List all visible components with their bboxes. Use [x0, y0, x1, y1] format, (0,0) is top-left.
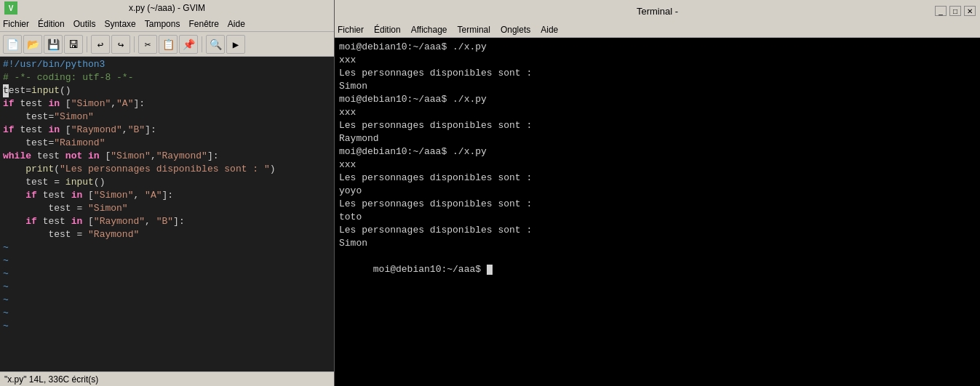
term-line-5: moi@debian10:~/aaa$ ./x.py — [339, 93, 976, 106]
code-line-1: #!/usr/bin/python3 — [3, 58, 331, 71]
open-file-button[interactable]: 📂 — [23, 35, 42, 54]
terminal-menu-terminal[interactable]: Terminal — [458, 25, 490, 35]
window-controls: _ □ ✕ — [935, 6, 976, 16]
tilde-1: ~ — [3, 241, 331, 254]
cut-button[interactable]: ✂ — [138, 35, 157, 54]
vim-logo: V — [4, 1, 17, 15]
vim-status-text: "x.py" 14L, 336C écrit(s) — [4, 374, 98, 385]
term-prompt-last: moi@debian10:~/aaa$ — [339, 250, 976, 289]
terminal-cursor — [487, 265, 493, 275]
term-line-12: yoyo — [339, 185, 976, 198]
code-line-12: test = "Simon" — [3, 202, 331, 215]
new-file-button[interactable]: 📄 — [3, 35, 22, 54]
paste-button[interactable]: 📌 — [179, 35, 198, 54]
code-line-8: while test not in ["Simon","Raymond"]: — [3, 150, 331, 163]
code-line-3: test=input() — [3, 84, 331, 97]
tilde-6: ~ — [3, 307, 331, 320]
code-line-14: test = "Raymond" — [3, 228, 331, 241]
term-line-14: toto — [339, 211, 976, 224]
code-line-5: test="Simon" — [3, 110, 331, 124]
vim-toolbar: 📄 📂 💾 🖫 ↩ ↪ ✂ 📋 📌 🔍 ▶ — [0, 32, 334, 57]
vim-menu-tampons[interactable]: Tampons — [145, 19, 180, 29]
terminal-title: Terminal - — [637, 6, 678, 17]
vim-menu-outils[interactable]: Outils — [73, 19, 96, 29]
toolbar-sep-3 — [202, 36, 202, 52]
term-line-2: xxx — [339, 54, 976, 67]
vim-menu-fenetre[interactable]: Fenêtre — [188, 19, 218, 29]
save-file-button[interactable]: 💾 — [44, 35, 63, 54]
vim-title: x.py (~/aaa) - GVIM — [129, 3, 205, 13]
vim-menu-edition[interactable]: Édition — [38, 19, 65, 29]
vim-editor: V x.py (~/aaa) - GVIM Fichier Édition Ou… — [0, 0, 335, 386]
term-line-10: xxx — [339, 158, 976, 172]
code-line-6: if test in ["Raymond","B"]: — [3, 124, 331, 137]
code-line-2: # -*- coding: utf-8 -*- — [3, 71, 331, 84]
minimize-button[interactable]: _ — [935, 6, 947, 16]
copy-button[interactable]: 📋 — [159, 35, 178, 54]
close-button[interactable]: ✕ — [964, 6, 976, 16]
undo-button[interactable]: ↩ — [91, 35, 110, 54]
term-line-13: Les personnages disponibles sont : — [339, 198, 976, 211]
terminal-menu-aide[interactable]: Aide — [541, 25, 558, 35]
code-line-10: test = input() — [3, 176, 331, 189]
code-line-9: print("Les personnages disponibles sont … — [3, 163, 331, 176]
code-line-4: if test in ["Simon","A"]: — [3, 97, 331, 110]
term-line-7: Les personnages disponibles sont : — [339, 119, 976, 132]
tilde-2: ~ — [3, 254, 331, 268]
vim-titlebar: V x.py (~/aaa) - GVIM — [0, 0, 334, 16]
term-line-8: Raymond — [339, 132, 976, 145]
term-line-1: moi@debian10:~/aaa$ ./x.py — [339, 41, 976, 54]
toolbar-sep-1 — [87, 36, 87, 52]
term-line-9: moi@debian10:~/aaa$ ./x.py — [339, 145, 976, 158]
terminal-panel: Terminal - _ □ ✕ Fichier Édition Afficha… — [335, 0, 980, 386]
term-line-4: Simon — [339, 80, 976, 93]
terminal-titlebar: Terminal - _ □ ✕ — [335, 0, 980, 22]
term-line-11: Les personnages disponibles sont : — [339, 172, 976, 185]
code-line-7: test="Raimond" — [3, 137, 331, 150]
maximize-button[interactable]: □ — [949, 6, 961, 16]
term-line-17: moi@debian10:~/aaa$ — [373, 264, 487, 275]
toolbar-sep-2 — [134, 36, 135, 52]
term-line-16: Simon — [339, 237, 976, 250]
terminal-menu-affichage[interactable]: Affichage — [411, 25, 447, 35]
tilde-4: ~ — [3, 281, 331, 294]
term-line-3: Les personnages disponibles sont : — [339, 67, 976, 80]
find-button[interactable]: 🔍 — [206, 35, 225, 54]
tilde-7: ~ — [3, 320, 331, 333]
vim-menu-fichier[interactable]: Fichier — [3, 19, 29, 29]
terminal-menubar: Fichier Édition Affichage Terminal Ongle… — [335, 22, 980, 38]
save-as-button[interactable]: 🖫 — [64, 35, 83, 54]
term-line-15: Les personnages disponibles sont : — [339, 224, 976, 237]
tilde-5: ~ — [3, 294, 331, 307]
terminal-menu-edition[interactable]: Édition — [374, 25, 401, 35]
term-line-6: xxx — [339, 106, 976, 119]
vim-statusbar: "x.py" 14L, 336C écrit(s) — [0, 371, 334, 386]
redo-button[interactable]: ↪ — [111, 35, 130, 54]
terminal-output[interactable]: moi@debian10:~/aaa$ ./x.py xxx Les perso… — [335, 38, 980, 386]
vim-menubar: Fichier Édition Outils Syntaxe Tampons F… — [0, 16, 334, 32]
vim-menu-syntaxe[interactable]: Syntaxe — [104, 19, 135, 29]
code-line-13: if test in ["Raymond", "B"]: — [3, 215, 331, 228]
vim-code-area[interactable]: #!/usr/bin/python3 # -*- coding: utf-8 -… — [0, 57, 334, 371]
vim-menu-aide[interactable]: Aide — [228, 19, 245, 29]
terminal-menu-onglets[interactable]: Onglets — [501, 25, 530, 35]
run-button[interactable]: ▶ — [226, 35, 245, 54]
terminal-menu-fichier[interactable]: Fichier — [338, 25, 364, 35]
tilde-3: ~ — [3, 268, 331, 281]
code-line-11: if test in ["Simon", "A"]: — [3, 189, 331, 202]
